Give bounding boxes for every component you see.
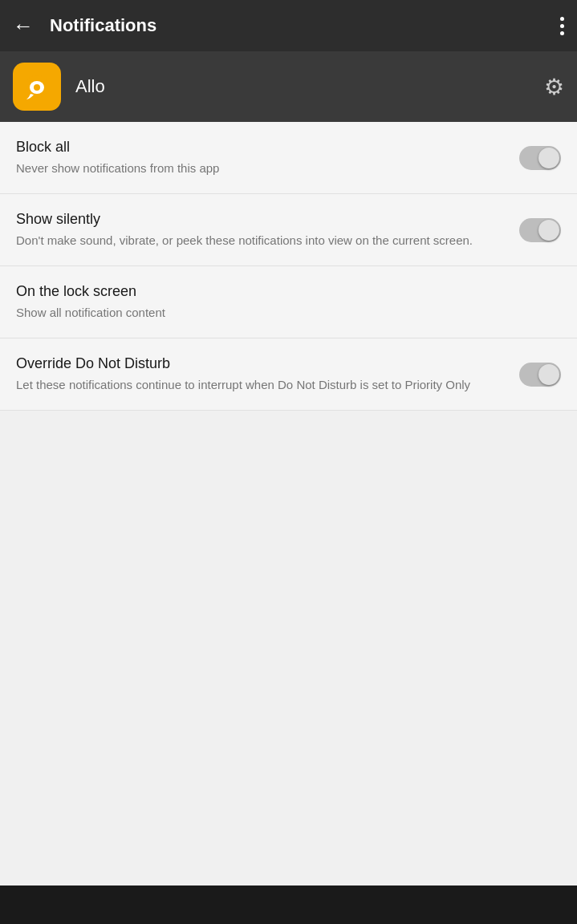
app-header: Allo ⚙ [0, 51, 577, 122]
block-all-toggle[interactable] [519, 146, 561, 170]
override-dnd-desc: Let these notifications continue to inte… [16, 376, 506, 393]
more-options-button[interactable] [560, 17, 564, 35]
override-dnd-item[interactable]: Override Do Not Disturb Let these notifi… [0, 338, 577, 411]
settings-gear-icon[interactable]: ⚙ [544, 74, 564, 100]
block-all-title: Block all [16, 139, 506, 156]
show-silently-text: Show silently Don't make sound, vibrate,… [16, 211, 519, 249]
lock-screen-desc: Show all notification content [16, 304, 548, 321]
override-dnd-text: Override Do Not Disturb Let these notifi… [16, 355, 519, 393]
show-silently-desc: Don't make sound, vibrate, or peek these… [16, 232, 506, 249]
settings-list: Block all Never show notifications from … [0, 122, 577, 411]
top-bar: ← Notifications [0, 0, 577, 51]
show-silently-item[interactable]: Show silently Don't make sound, vibrate,… [0, 194, 577, 266]
show-silently-title: Show silently [16, 211, 506, 228]
block-all-desc: Never show notifications from this app [16, 160, 506, 176]
override-dnd-toggle[interactable] [519, 363, 561, 387]
lock-screen-title: On the lock screen [16, 283, 548, 300]
show-silently-toggle[interactable] [519, 218, 561, 242]
back-button[interactable]: ← [13, 14, 34, 38]
block-all-item[interactable]: Block all Never show notifications from … [0, 122, 577, 194]
lock-screen-item[interactable]: On the lock screen Show all notification… [0, 266, 577, 338]
override-dnd-title: Override Do Not Disturb [16, 355, 506, 372]
app-icon [13, 63, 61, 111]
page-title: Notifications [50, 15, 156, 36]
block-all-text: Block all Never show notifications from … [16, 139, 519, 176]
app-name: Allo [75, 76, 105, 97]
bottom-nav-bar [0, 886, 577, 924]
lock-screen-text: On the lock screen Show all notification… [16, 283, 561, 321]
svg-point-2 [34, 84, 40, 91]
